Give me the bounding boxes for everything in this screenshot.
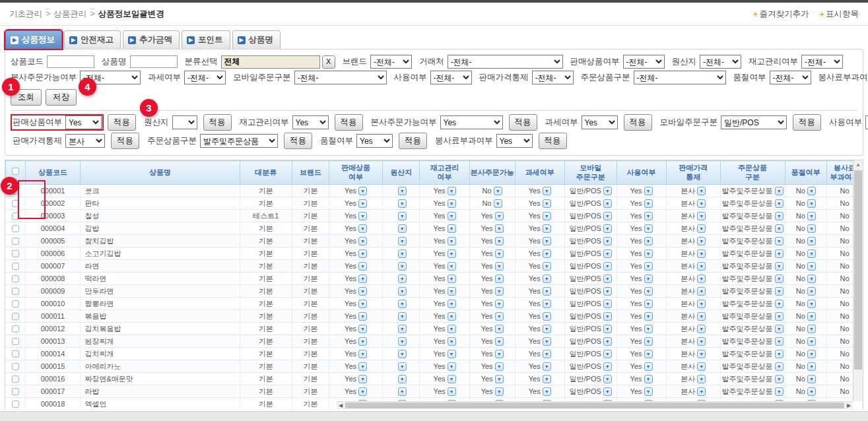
cell-dropdown-icon[interactable]: ▼ xyxy=(644,325,653,333)
cell-dropdown-icon[interactable]: ▼ xyxy=(398,325,407,333)
apply-service-charge-button[interactable]: 적용 xyxy=(539,133,567,149)
cell-dropdown-icon[interactable]: ▼ xyxy=(543,249,551,258)
cell-dropdown-icon[interactable]: ▼ xyxy=(697,312,706,321)
row-checkbox[interactable] xyxy=(12,200,19,207)
cell-dropdown-icon[interactable]: ▼ xyxy=(807,199,816,208)
cell-dropdown-icon[interactable]: ▼ xyxy=(644,187,653,195)
vertical-scrollbar[interactable]: ▲ xyxy=(853,160,863,401)
cell-dropdown-icon[interactable]: ▼ xyxy=(358,275,367,283)
cell-dropdown-icon[interactable]: ▼ xyxy=(644,262,653,271)
filter-hq-orderable-select[interactable]: -전체- xyxy=(80,71,141,84)
apply-soldout-button[interactable]: 적용 xyxy=(399,133,427,149)
filter-price-control-select[interactable]: -전체- xyxy=(532,71,574,84)
cell-dropdown-icon[interactable]: ▼ xyxy=(697,325,706,333)
cell-dropdown-icon[interactable]: ▼ xyxy=(358,199,367,208)
cell-dropdown-icon[interactable]: ▼ xyxy=(495,224,504,233)
cell-dropdown-icon[interactable]: ▼ xyxy=(448,300,456,308)
filter-mobile-order-select[interactable]: -전체- xyxy=(294,71,387,84)
cell-dropdown-icon[interactable]: ▼ xyxy=(603,312,612,321)
tab-product-info[interactable]: ▶상품정보 xyxy=(5,30,62,49)
cell-dropdown-icon[interactable]: ▼ xyxy=(398,199,407,208)
row-checkbox[interactable] xyxy=(12,338,19,345)
cell-dropdown-icon[interactable]: ▼ xyxy=(543,375,551,383)
scroll-left-icon[interactable]: ◀ xyxy=(337,402,345,409)
cell-dropdown-icon[interactable]: ▼ xyxy=(358,287,367,296)
cell-dropdown-icon[interactable]: ▼ xyxy=(603,212,612,220)
cell-dropdown-icon[interactable]: ▼ xyxy=(543,187,551,195)
cell-dropdown-icon[interactable]: ▼ xyxy=(358,312,367,321)
filter-stock-manage-select[interactable]: -전체- xyxy=(801,55,843,69)
cell-dropdown-icon[interactable]: ▼ xyxy=(775,337,784,346)
cell-dropdown-icon[interactable]: ▼ xyxy=(543,224,551,233)
apply-sale-status-button[interactable]: 적용 xyxy=(108,114,136,131)
filter-tax-select[interactable]: -전체- xyxy=(184,71,226,84)
filter-product-code-input[interactable] xyxy=(47,55,94,68)
cell-dropdown-icon[interactable]: ▼ xyxy=(775,312,784,321)
cell-dropdown-icon[interactable]: ▼ xyxy=(358,337,367,346)
cell-dropdown-icon[interactable]: ▼ xyxy=(398,249,407,258)
bulk-price-control-select[interactable]: 본사 xyxy=(65,134,105,148)
cell-dropdown-icon[interactable]: ▼ xyxy=(775,249,784,258)
cell-dropdown-icon[interactable]: ▼ xyxy=(775,224,784,233)
save-button[interactable]: 저장 xyxy=(46,89,77,106)
row-checkbox[interactable] xyxy=(12,325,19,333)
cell-dropdown-icon[interactable]: ▼ xyxy=(448,337,456,346)
cell-dropdown-icon[interactable]: ▼ xyxy=(644,337,653,346)
row-checkbox[interactable] xyxy=(12,300,19,308)
select-all-checkbox[interactable] xyxy=(12,168,19,175)
cell-dropdown-icon[interactable]: ▼ xyxy=(644,199,653,208)
cell-dropdown-icon[interactable]: ▼ xyxy=(807,312,816,321)
cell-dropdown-icon[interactable]: ▼ xyxy=(398,375,407,383)
cell-dropdown-icon[interactable]: ▼ xyxy=(775,262,784,271)
breadcrumb-item[interactable]: 기초관리 xyxy=(9,9,42,18)
row-checkbox[interactable] xyxy=(12,263,19,270)
cell-dropdown-icon[interactable]: ▼ xyxy=(697,237,706,245)
cell-dropdown-icon[interactable]: ▼ xyxy=(644,249,653,258)
cell-dropdown-icon[interactable]: ▼ xyxy=(448,387,456,396)
cell-dropdown-icon[interactable]: ▼ xyxy=(775,199,784,208)
filter-brand-select[interactable]: -전체- xyxy=(370,55,412,69)
cell-dropdown-icon[interactable]: ▼ xyxy=(398,237,407,245)
cell-dropdown-icon[interactable]: ▼ xyxy=(448,312,456,321)
cell-dropdown-icon[interactable]: ▼ xyxy=(398,337,407,346)
cell-dropdown-icon[interactable]: ▼ xyxy=(644,224,653,233)
cell-dropdown-icon[interactable]: ▼ xyxy=(644,312,653,321)
cell-dropdown-icon[interactable]: ▼ xyxy=(807,224,816,233)
cell-dropdown-icon[interactable]: ▼ xyxy=(543,362,551,371)
cell-dropdown-icon[interactable]: ▼ xyxy=(807,300,816,308)
cell-dropdown-icon[interactable]: ▼ xyxy=(697,350,706,358)
bulk-soldout-select[interactable]: Yes xyxy=(356,134,393,148)
cell-dropdown-icon[interactable]: ▼ xyxy=(448,287,456,296)
cell-dropdown-icon[interactable]: ▼ xyxy=(495,325,504,333)
cell-dropdown-icon[interactable]: ▼ xyxy=(644,362,653,371)
clear-category-select-button[interactable]: X xyxy=(322,55,335,69)
scroll-right-icon[interactable]: ▶ xyxy=(845,402,853,409)
row-checkbox[interactable] xyxy=(12,225,19,232)
cell-dropdown-icon[interactable]: ▼ xyxy=(697,362,706,371)
apply-stock-manage-button[interactable]: 적용 xyxy=(335,114,363,131)
bulk-mobile-order-select[interactable]: 일반/POS xyxy=(721,115,787,129)
row-checkbox[interactable] xyxy=(12,401,19,408)
filter-soldout-select[interactable]: -전체- xyxy=(770,71,811,84)
cell-dropdown-icon[interactable]: ▼ xyxy=(543,300,551,308)
apply-tax-button[interactable]: 적용 xyxy=(624,114,652,131)
bulk-service-charge-select[interactable]: Yes xyxy=(496,134,533,148)
cell-dropdown-icon[interactable]: ▼ xyxy=(398,224,407,233)
cell-dropdown-icon[interactable]: ▼ xyxy=(448,375,456,383)
bulk-origin-select[interactable] xyxy=(172,115,197,129)
cell-dropdown-icon[interactable]: ▼ xyxy=(603,187,612,195)
row-checkbox[interactable] xyxy=(12,212,19,220)
cell-dropdown-icon[interactable]: ▼ xyxy=(543,312,551,321)
cell-dropdown-icon[interactable]: ▼ xyxy=(358,262,367,271)
cell-dropdown-icon[interactable]: ▼ xyxy=(495,262,504,271)
cell-dropdown-icon[interactable]: ▼ xyxy=(775,187,784,195)
add-favorite-link[interactable]: + 즐겨찾기추가 xyxy=(753,9,809,20)
cell-dropdown-icon[interactable]: ▼ xyxy=(543,350,551,358)
cell-dropdown-icon[interactable]: ▼ xyxy=(697,387,706,396)
horizontal-scrollbar[interactable]: ◀ ▶ xyxy=(337,401,853,409)
cell-dropdown-icon[interactable]: ▼ xyxy=(697,300,706,308)
bulk-use-select[interactable]: Yes xyxy=(865,115,868,129)
bulk-tax-select[interactable]: Yes xyxy=(582,115,618,129)
cell-dropdown-icon[interactable]: ▼ xyxy=(494,199,502,208)
cell-dropdown-icon[interactable]: ▼ xyxy=(807,187,816,195)
